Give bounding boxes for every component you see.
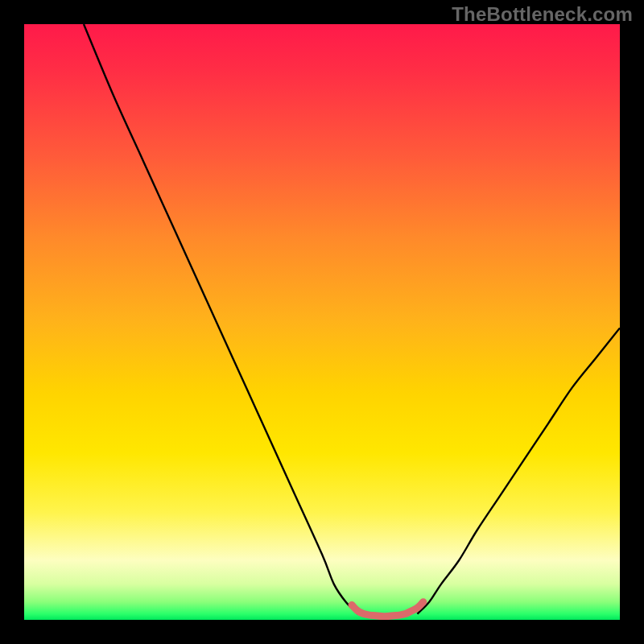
right-curve bbox=[417, 328, 620, 613]
watermark-text: TheBottleneck.com bbox=[452, 3, 633, 26]
curve-layer bbox=[24, 24, 620, 620]
chart-stage: TheBottleneck.com bbox=[0, 0, 644, 644]
bottom-highlight bbox=[352, 602, 423, 617]
plot-area bbox=[24, 24, 620, 620]
left-curve bbox=[84, 24, 357, 614]
